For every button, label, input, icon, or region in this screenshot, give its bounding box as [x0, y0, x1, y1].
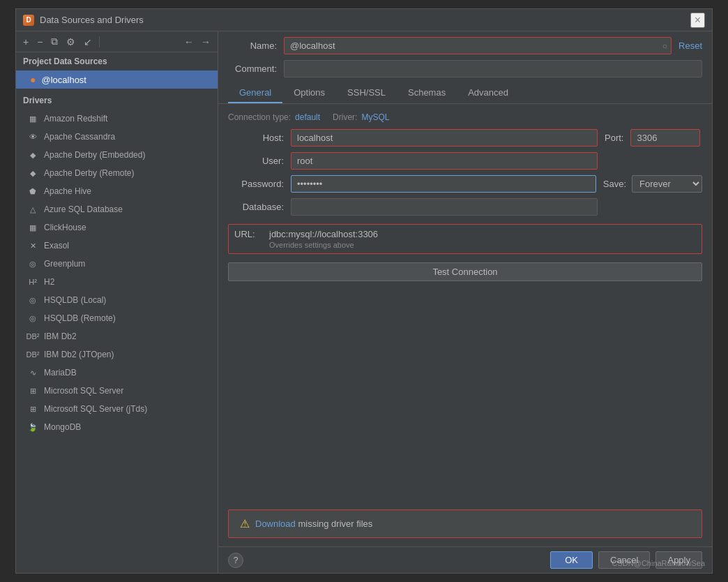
save-group: Save: ForeverUntil restartNever — [603, 175, 702, 193]
back-button[interactable]: ← — [181, 35, 197, 49]
driver-item[interactable]: ✕ Exasol — [16, 237, 218, 255]
driver-item[interactable]: DB² IBM Db2 — [16, 327, 218, 345]
connection-type-value: default — [295, 112, 320, 122]
add-datasource-button[interactable]: + — [20, 35, 31, 49]
driver-icon: △ — [27, 204, 38, 215]
host-input[interactable] — [291, 129, 598, 147]
database-label: Database: — [228, 202, 284, 212]
driver-item[interactable]: ◎ HSQLDB (Remote) — [16, 309, 218, 327]
left-panel: + − ⧉ ⚙ ↙ ← → Project Data Sources ● @lo… — [16, 31, 218, 573]
url-override-text: Overrides settings above — [269, 241, 696, 249]
database-input[interactable] — [291, 198, 598, 216]
driver-item[interactable]: ▦ Amazon Redshift — [16, 110, 218, 128]
import-button[interactable]: ↙ — [81, 35, 95, 49]
download-link[interactable]: Download — [255, 518, 296, 529]
remove-datasource-button[interactable]: − — [34, 35, 45, 49]
save-select[interactable]: ForeverUntil restartNever — [632, 175, 702, 193]
driver-item[interactable]: ◆ Apache Derby (Embedded) — [16, 146, 218, 164]
tab-schemas[interactable]: Schemas — [397, 83, 457, 103]
driver-icon: DB² — [27, 331, 38, 342]
ok-button[interactable]: OK — [550, 551, 593, 569]
port-input[interactable] — [630, 129, 700, 147]
user-input[interactable] — [291, 152, 598, 170]
name-input[interactable] — [284, 37, 672, 54]
driver-name: MongoDB — [44, 422, 81, 432]
dialog: D Data Sources and Drivers × + − ⧉ ⚙ ↙ ←… — [15, 8, 713, 574]
url-section: URL: jdbc:mysql://localhost:3306 Overrid… — [228, 224, 702, 254]
driver-label: Driver: — [333, 112, 357, 122]
right-panel: Name: ○ Reset Comment: GeneralOptionsSSH… — [218, 31, 712, 573]
url-value: jdbc:mysql://localhost:3306 — [269, 229, 696, 239]
forward-button[interactable]: → — [198, 35, 213, 49]
tab-options[interactable]: Options — [282, 83, 336, 103]
toolbar-nav: ← → — [181, 35, 213, 49]
driver-item[interactable]: △ Azure SQL Database — [16, 200, 218, 218]
reset-button[interactable]: Reset — [678, 40, 702, 51]
watermark: CSDN@ChinaRainbowSea — [612, 559, 705, 567]
driver-icon: ⊞ — [27, 385, 38, 396]
driver-icon: ◎ — [27, 313, 38, 324]
driver-item[interactable]: ◎ HSQLDB (Local) — [16, 291, 218, 309]
dialog-title: Data Sources and Drivers — [40, 15, 144, 25]
driver-icon: ⊞ — [27, 403, 38, 415]
driver-item[interactable]: ⬟ Apache Hive — [16, 182, 218, 200]
spacer — [228, 290, 702, 509]
clear-name-icon[interactable]: ○ — [662, 41, 667, 51]
driver-name: Apache Derby (Remote) — [44, 168, 134, 178]
driver-name: Apache Derby (Embedded) — [44, 150, 145, 160]
url-row: URL: jdbc:mysql://localhost:3306 — [234, 229, 696, 239]
download-text: Download missing driver files — [255, 518, 372, 529]
tab-ssh_ssl[interactable]: SSH/SSL — [336, 83, 397, 103]
connection-type-label: Connection type: — [228, 112, 291, 122]
driver-icon: DB² — [27, 349, 38, 360]
driver-item[interactable]: 🍃 MongoDB — [16, 418, 218, 436]
driver-name: IBM Db2 (JTOpen) — [44, 350, 114, 359]
driver-name: Azure SQL Database — [44, 204, 123, 214]
tab-general[interactable]: General — [228, 83, 282, 103]
datasource-icon: ● — [30, 74, 36, 85]
driver-item[interactable]: 👁 Apache Cassandra — [16, 128, 218, 146]
url-label: URL: — [234, 229, 262, 239]
driver-icon: 🍃 — [27, 421, 38, 433]
user-label: User: — [228, 156, 284, 166]
left-toolbar: + − ⧉ ⚙ ↙ ← → — [16, 31, 218, 52]
driver-item[interactable]: H² H2 — [16, 273, 218, 291]
host-port-row: Host: Port: — [228, 129, 702, 147]
driver-item[interactable]: ∿ MariaDB — [16, 364, 218, 382]
driver-icon: ∿ — [27, 367, 38, 378]
driver-icon: ▦ — [27, 222, 38, 233]
test-connection-button[interactable]: Test Connection — [228, 262, 702, 281]
driver-item[interactable]: ◎ Greenplum — [16, 255, 218, 273]
driver-name: ClickHouse — [44, 223, 86, 232]
driver-icon: 👁 — [27, 131, 38, 142]
tab-advanced[interactable]: Advanced — [457, 83, 520, 103]
warning-icon: ⚠ — [240, 517, 250, 530]
project-section-header: Project Data Sources — [16, 52, 218, 70]
driver-item[interactable]: ⊞ Microsoft SQL Server — [16, 382, 218, 400]
driver-item[interactable]: DB² IBM Db2 (JTOpen) — [16, 345, 218, 364]
port-group: Port: — [605, 129, 700, 147]
drivers-section-header: Drivers — [16, 91, 218, 110]
right-header: Name: ○ Reset Comment: GeneralOptionsSSH… — [218, 31, 712, 104]
title-bar: D Data Sources and Drivers × — [16, 9, 712, 31]
close-button[interactable]: × — [690, 13, 705, 28]
comment-input[interactable] — [284, 60, 702, 77]
password-input[interactable] — [291, 175, 596, 193]
driver-item[interactable]: ⊞ Microsoft SQL Server (jTds) — [16, 400, 218, 418]
title-bar-left: D Data Sources and Drivers — [23, 15, 144, 26]
driver-name: Greenplum — [44, 259, 85, 269]
password-row: Password: Save: ForeverUntil restartNeve… — [228, 175, 702, 193]
driver-item[interactable]: ◆ Apache Derby (Remote) — [16, 164, 218, 182]
settings-button[interactable]: ⚙ — [63, 35, 78, 49]
database-row: Database: — [228, 198, 702, 216]
help-button[interactable]: ? — [228, 553, 243, 568]
driver-value: MySQL — [361, 112, 389, 122]
driver-name: Amazon Redshift — [44, 114, 107, 124]
tabs-bar: GeneralOptionsSSH/SSLSchemasAdvanced — [228, 83, 702, 103]
password-label: Password: — [228, 179, 284, 189]
tabs-container: GeneralOptionsSSH/SSLSchemasAdvanced — [228, 83, 520, 103]
driver-icon: ◆ — [27, 149, 38, 161]
datasource-item-localhost[interactable]: ● @localhost — [16, 70, 218, 89]
driver-item[interactable]: ▦ ClickHouse — [16, 218, 218, 237]
copy-datasource-button[interactable]: ⧉ — [48, 34, 61, 49]
